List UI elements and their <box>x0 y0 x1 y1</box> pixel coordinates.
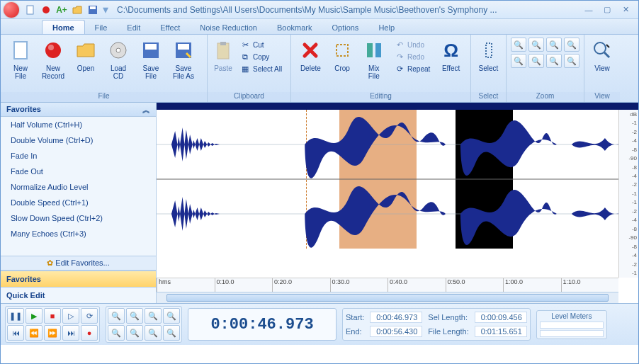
level-meter-right <box>540 330 604 337</box>
favorite-item[interactable]: Fade In <box>1 148 156 164</box>
qat-dropdown-icon[interactable]: ▾ <box>103 3 108 16</box>
new-record-button[interactable]: New Record <box>38 38 69 80</box>
zoom-next-button[interactable]: 🔍 <box>163 325 180 341</box>
waveform-svg <box>157 110 638 249</box>
redo-button[interactable]: ↷Redo <box>390 51 434 62</box>
tab-bookmark[interactable]: Bookmark <box>267 21 322 34</box>
scrollbar-thumb[interactable] <box>166 294 609 302</box>
maximize-button[interactable]: ▢ <box>599 4 616 16</box>
ribbon-group-zoom-label: Zoom <box>507 92 584 102</box>
new-file-icon <box>9 39 32 62</box>
pause-button[interactable]: ❚❚ <box>7 308 24 324</box>
repeat-icon: ⟳ <box>395 64 405 74</box>
crop-button[interactable]: Crop <box>327 38 358 72</box>
tab-file[interactable]: File <box>85 21 118 34</box>
forward-button[interactable]: ⏩ <box>44 325 61 341</box>
play-button[interactable]: ▶ <box>26 308 43 324</box>
tab-options[interactable]: Options <box>322 21 368 34</box>
zoom-out-v-button[interactable]: 🔍 <box>528 54 544 68</box>
load-cd-button[interactable]: Load CD <box>103 38 134 80</box>
favorite-item[interactable]: Normalize Audio Level <box>1 179 156 195</box>
delete-button[interactable]: Delete <box>295 38 326 72</box>
undo-button[interactable]: ↶Undo <box>390 39 434 50</box>
select-button[interactable]: Select <box>475 38 502 72</box>
loop-button[interactable]: ⟳ <box>81 308 98 324</box>
end-label: End: <box>346 327 364 336</box>
qat-new-icon[interactable] <box>25 4 36 16</box>
paste-button[interactable]: Paste <box>212 38 234 72</box>
view-button[interactable]: View <box>589 38 616 72</box>
mix-file-button[interactable]: Mix File <box>358 38 389 80</box>
new-file-button[interactable]: New File <box>5 38 36 80</box>
svg-rect-13 <box>217 43 229 59</box>
zoom-left-button[interactable]: 🔍 <box>546 54 562 68</box>
zoom-all-button[interactable]: 🔍 <box>163 308 180 324</box>
select-all-button[interactable]: ▦Select All <box>236 63 286 74</box>
tab-effect[interactable]: Effect <box>150 21 190 34</box>
tab-noise-reduction[interactable]: Noise Reduction <box>190 21 267 34</box>
favorite-item[interactable]: Fade Out <box>1 164 156 179</box>
zoom-vin-button[interactable]: 🔍 <box>108 325 125 341</box>
sidebar-section-favorites[interactable]: Favorites <box>1 271 156 287</box>
start-value[interactable]: 0:00:46.973 <box>370 312 422 323</box>
transport-controls: ❚❚ ▶ ■ ▷ ⟳ ⏮ ⏪ ⏩ ⏭ ● <box>5 306 100 343</box>
record-button[interactable]: ● <box>81 325 98 341</box>
goto-end-button[interactable]: ⏭ <box>62 325 79 341</box>
sel-length-value[interactable]: 0:00:09.456 <box>475 312 527 323</box>
open-button[interactable]: Open <box>70 38 101 72</box>
zoom-prev-button[interactable]: 🔍 <box>145 325 162 341</box>
waveform-canvas[interactable]: dB -1-2-4-8-90-8-4-2-1 -1-2-4-8-90-8-4-2… <box>157 103 638 303</box>
svg-point-8 <box>116 48 120 52</box>
overview-strip[interactable] <box>157 103 638 110</box>
favorite-item[interactable]: Half Volume (Ctrl+H) <box>1 117 156 132</box>
sidebar-collapse-icon[interactable]: ︽ <box>142 105 150 114</box>
ribbon-group-clipboard-label: Clipboard <box>208 92 290 102</box>
favorite-item[interactable]: Slow Down Speed (Ctrl+2) <box>1 210 156 226</box>
tab-home[interactable]: Home <box>42 20 85 34</box>
tab-edit[interactable]: Edit <box>117 21 150 34</box>
edit-favorites-button[interactable]: ✿ Edit Favorites... <box>1 256 156 271</box>
zoom-out-button[interactable]: 🔍 <box>126 308 143 324</box>
horizontal-scrollbar[interactable] <box>157 292 618 303</box>
favorite-item[interactable]: Many Echoes (Ctrl+3) <box>1 226 156 241</box>
zoom-right-button[interactable]: 🔍 <box>564 54 579 68</box>
play-selection-button[interactable]: ▷ <box>62 308 79 324</box>
zoom-in-v-button[interactable]: 🔍 <box>511 54 526 68</box>
close-button[interactable]: ✕ <box>617 4 634 16</box>
repeat-button[interactable]: ⟳Repeat <box>390 63 434 74</box>
qat-open-icon[interactable] <box>72 4 83 16</box>
qat-record-icon[interactable] <box>40 4 52 16</box>
redo-icon: ↷ <box>395 52 405 62</box>
file-length-value: 0:01:15.651 <box>475 326 527 337</box>
goto-start-button[interactable]: ⏮ <box>7 325 24 341</box>
app-orb[interactable] <box>4 2 19 18</box>
minimize-button[interactable]: — <box>580 4 597 16</box>
zoom-sel-button[interactable]: 🔍 <box>546 38 562 52</box>
rewind-button[interactable]: ⏪ <box>26 325 43 341</box>
svg-rect-16 <box>367 43 373 57</box>
zoom-selection-button[interactable]: 🔍 <box>145 308 162 324</box>
ribbon-group-view-label: View <box>584 92 620 102</box>
db-scale: dB -1-2-4-8-90-8-4-2-1 -1-2-4-8-90-8-4-2… <box>618 110 638 278</box>
timeline-ruler[interactable]: hms 0:10.00:20.00:30.00:40.00:50.01:00.0… <box>157 278 618 292</box>
end-value[interactable]: 0:00:56.430 <box>370 326 422 337</box>
qat-add-favorite-icon[interactable]: A+ <box>56 4 67 16</box>
effect-button[interactable]: ΩEffect <box>436 38 466 72</box>
tab-help[interactable]: Help <box>368 21 405 34</box>
save-file-button[interactable]: Save File <box>135 38 166 80</box>
qat-save-icon[interactable] <box>87 4 98 16</box>
zoom-out-h-button[interactable]: 🔍 <box>528 38 544 52</box>
zoom-in-h-button[interactable]: 🔍 <box>511 38 526 52</box>
copy-button[interactable]: ⧉Copy <box>236 51 286 62</box>
cut-button[interactable]: ✂Cut <box>236 39 286 50</box>
favorite-item[interactable]: Double Speed (Ctrl+1) <box>1 195 156 210</box>
selection-info: Start: 0:00:46.973 Sel Length: 0:00:09.4… <box>342 308 531 341</box>
zoom-vout-button[interactable]: 🔍 <box>126 325 143 341</box>
zoom-full-button[interactable]: 🔍 <box>564 38 579 52</box>
sidebar-section-quickedit[interactable]: Quick Edit <box>1 287 156 303</box>
sidebar-title: Favorites <box>6 105 41 114</box>
save-file-as-button[interactable]: Save File As <box>168 38 199 80</box>
favorite-item[interactable]: Double Volume (Ctrl+D) <box>1 132 156 148</box>
zoom-in-button[interactable]: 🔍 <box>108 308 125 324</box>
stop-button[interactable]: ■ <box>44 308 61 324</box>
